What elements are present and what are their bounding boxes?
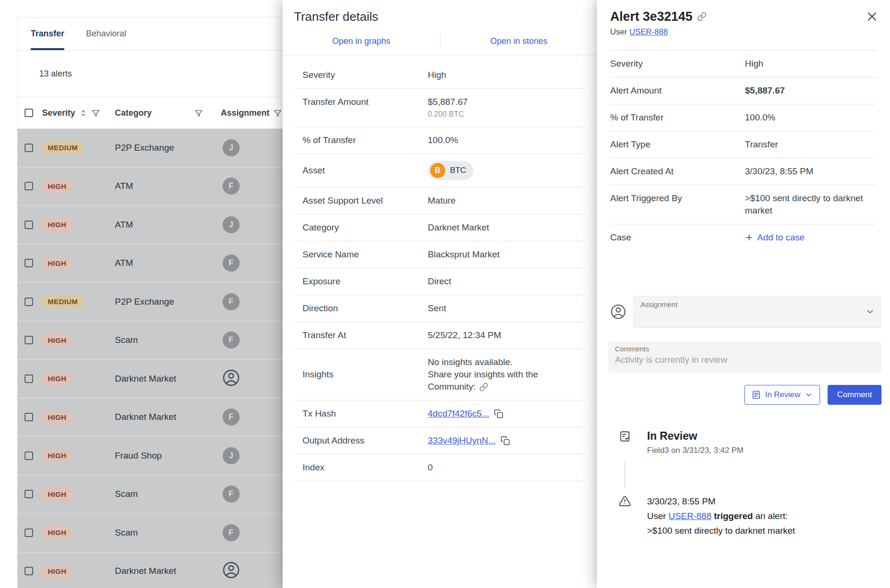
table-row[interactable]: HIGHScamF: [17, 476, 301, 514]
alerts-list-panel: Transfer Behavioral 13 alerts Severity C…: [17, 17, 301, 588]
table-row[interactable]: HIGHDarknet MarketF: [17, 399, 301, 437]
assignee-avatar: F: [223, 332, 240, 349]
chevron-down-icon: [804, 391, 813, 399]
unassigned-person-icon: [222, 561, 240, 579]
alert-severity-value: High: [745, 58, 877, 70]
transfer-details-panel: Transfer details Open in graphs Open in …: [283, 0, 597, 588]
column-header-severity: Severity: [42, 108, 75, 118]
row-checkbox[interactable]: [25, 490, 33, 498]
severity-badge: MEDIUM: [42, 295, 84, 308]
open-in-stories-link[interactable]: Open in stories: [441, 36, 598, 46]
comments-label: Comments: [615, 345, 875, 353]
status-doc-icon: [752, 390, 761, 400]
tx-hash-link[interactable]: 4dcd7f42f6c5...: [428, 408, 489, 420]
row-checkbox[interactable]: [25, 413, 33, 421]
transfer-details-title: Transfer details: [294, 9, 586, 24]
assignee-avatar: F: [223, 178, 240, 195]
tab-behavioral[interactable]: Behavioral: [86, 17, 126, 50]
table-row[interactable]: HIGHScamF: [17, 322, 301, 360]
timeline-event-line: User USER-888 triggered an alert:: [647, 509, 795, 523]
copy-icon[interactable]: [501, 436, 510, 445]
table-row[interactable]: HIGHATMF: [17, 245, 301, 283]
insights-line2: Share your insights with the: [428, 368, 586, 381]
timeline-alert-entry: 3/30/23, 8:55 PM User USER-888 triggered…: [619, 494, 877, 538]
row-checkbox[interactable]: [25, 336, 33, 344]
column-header-assignment: Assignment: [221, 108, 269, 118]
row-category: ATM: [113, 220, 219, 230]
alert-pct-row: % of Transfer 100.0%: [610, 104, 877, 131]
select-all-checkbox[interactable]: [25, 109, 33, 117]
severity-value: High: [428, 69, 586, 81]
activity-timeline: In Review Field3 on 3/31/23, 3:42 PM 3/3…: [619, 429, 877, 538]
row-checkbox[interactable]: [25, 298, 33, 306]
row-category: P2P Exchange: [113, 143, 219, 153]
row-checkbox[interactable]: [25, 567, 33, 575]
table-row[interactable]: HIGHATMJ: [17, 206, 301, 245]
severity-badge: HIGH: [42, 180, 72, 193]
row-category: Scam: [113, 528, 219, 538]
comment-button[interactable]: Comment: [828, 385, 881, 405]
table-row[interactable]: MEDIUMP2P ExchangeJ: [17, 129, 301, 168]
row-checkbox[interactable]: [25, 452, 33, 460]
community-link-icon[interactable]: [479, 383, 488, 392]
status-dropdown-button[interactable]: In Review: [744, 385, 821, 405]
row-checkbox[interactable]: [25, 259, 33, 267]
severity-badge: HIGH: [42, 372, 72, 385]
sort-arrows-icon[interactable]: [79, 109, 87, 117]
row-category: P2P Exchange: [113, 297, 219, 307]
assignee-avatar: F: [223, 409, 240, 426]
alert-permalink-icon[interactable]: [697, 12, 707, 21]
status-change-icon: [619, 430, 631, 443]
severity-badge: HIGH: [42, 334, 72, 347]
insights-line1: No insights available.: [428, 356, 586, 368]
row-checkbox[interactable]: [25, 528, 33, 537]
add-to-case-button[interactable]: Add to case: [745, 231, 804, 244]
filter-icon[interactable]: [274, 109, 282, 117]
user-link[interactable]: USER-888: [668, 511, 711, 521]
row-checkbox[interactable]: [25, 182, 33, 190]
transfer-properties-list: Severity High Transfer Amount $5,887.67 …: [294, 62, 586, 481]
filter-icon[interactable]: [92, 109, 100, 117]
open-in-graphs-link[interactable]: Open in graphs: [283, 36, 440, 46]
pct-of-transfer-value: 100.0%: [428, 134, 586, 146]
table-row[interactable]: HIGHFraud ShopJ: [17, 437, 301, 476]
column-header-category: Category: [115, 108, 152, 118]
alert-triggered-by-row: Alert Triggered By >$100 sent directly t…: [610, 185, 877, 224]
row-checkbox[interactable]: [25, 375, 33, 383]
plus-icon: [745, 233, 753, 242]
row-category: Darknet Market: [113, 412, 219, 422]
filter-icon[interactable]: [195, 109, 203, 117]
comments-field[interactable]: Comments: [608, 341, 881, 373]
alert-pct-value: 100.0%: [745, 111, 877, 124]
timeline-status-title: In Review: [647, 429, 743, 443]
table-row[interactable]: HIGHDarknet Market: [17, 360, 301, 399]
assignment-select[interactable]: Assignment: [633, 296, 881, 328]
row-checkbox[interactable]: [25, 221, 33, 229]
user-link[interactable]: USER-888: [630, 27, 668, 36]
assignee-avatar: F: [223, 486, 240, 503]
row-category: Scam: [113, 489, 219, 499]
copy-icon[interactable]: [494, 409, 503, 418]
alert-created-row: Alert Created At 3/30/23, 8:55 PM: [610, 158, 877, 185]
table-row[interactable]: HIGHDarknet Market: [17, 553, 301, 588]
output-address-row: Output Address 333v49jHUynN...: [294, 427, 586, 454]
close-icon[interactable]: [865, 10, 879, 24]
table-row[interactable]: HIGHScamF: [17, 514, 301, 553]
output-address-link[interactable]: 333v49jHUynN...: [428, 435, 496, 447]
alert-title: Alert 3e32145: [610, 9, 692, 25]
service-name-row: Service Name Blacksprut Market: [294, 241, 586, 268]
table-row[interactable]: HIGHATMF: [17, 168, 301, 206]
transfer-amount-row: Transfer Amount $5,887.67 0.200 BTC: [294, 89, 586, 127]
btc-icon: B: [430, 163, 445, 178]
transfer-amount-btc: 0.200 BTC: [428, 109, 586, 119]
table-row[interactable]: MEDIUMP2P ExchangeF: [17, 283, 301, 322]
comments-input[interactable]: [615, 355, 875, 368]
row-checkbox[interactable]: [25, 144, 33, 152]
severity-badge: HIGH: [42, 257, 72, 270]
case-row: Case Add to case: [610, 224, 877, 252]
tab-transfer[interactable]: Transfer: [31, 17, 64, 50]
pct-of-transfer-row: % of Transfer 100.0%: [294, 127, 586, 154]
transfer-at-value: 5/25/22, 12:34 PM: [428, 329, 586, 341]
asset-support-row: Asset Support Level Mature: [294, 187, 586, 214]
severity-badge: HIGH: [42, 565, 72, 578]
